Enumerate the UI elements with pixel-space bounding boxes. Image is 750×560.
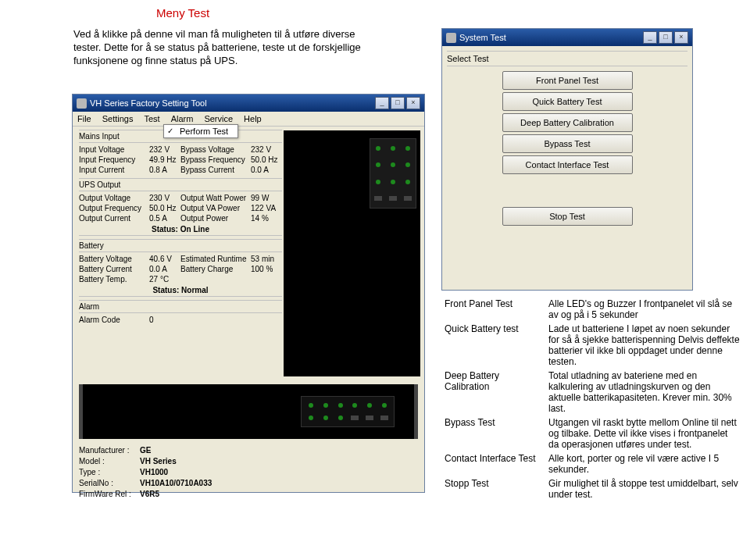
table-row: Stopp TestGir mulighet til å stoppe test… (441, 476, 743, 501)
led-icon (323, 416, 328, 420)
contact-interface-test-button[interactable]: Contact Interface Test (502, 155, 633, 174)
est-runtime-value: 53 min (251, 255, 282, 263)
menu-alarm[interactable]: Alarm (171, 114, 194, 123)
factory-titlebar: VH Series Factory Setting Tool _ □ × (73, 95, 424, 112)
bypass-test-button[interactable]: Bypass Test (502, 134, 633, 153)
minimize-button[interactable]: _ (375, 97, 389, 109)
factory-body: Mains Input Input Voltage232 VBypass Vol… (73, 127, 424, 492)
est-runtime-label: Estimated Runtime (180, 255, 251, 263)
battery-temp-value: 27 °C (149, 275, 180, 284)
led-icon (405, 162, 410, 167)
out-current-label: Output Current (79, 214, 149, 223)
desc-name: Contact Interface Test (441, 451, 545, 476)
ups-tower-image (284, 130, 420, 376)
menu-settings[interactable]: Settings (102, 114, 134, 123)
alarm-title: Alarm (79, 300, 282, 313)
firmware-value: V6R5 (140, 489, 159, 500)
ups-output-title: UPS Output (79, 178, 282, 191)
table-row: Deep Battery CalibrationTotal utladning … (441, 369, 743, 416)
factory-tool-window: VH Series Factory Setting Tool _ □ × Fil… (72, 94, 425, 493)
serial-label: SerialNo : (79, 478, 140, 489)
input-voltage-value: 232 V (149, 145, 180, 154)
led-icon (391, 180, 395, 184)
led-icon (382, 403, 387, 408)
table-row: Quick Battery testLade ut batteriene I l… (441, 322, 743, 369)
input-voltage-label: Input Voltage (79, 145, 149, 154)
led-icon (352, 403, 357, 408)
serial-value: VH10A10/0710A033 (140, 478, 212, 489)
led-icon (367, 403, 372, 408)
bypass-freq-label: Bypass Frequency (180, 155, 251, 164)
page-title: Meny Test (156, 6, 209, 20)
led-icon (405, 180, 410, 184)
menu-dropdown-item[interactable]: Perform Test (163, 124, 238, 138)
manufacturer-label: Manufacturer : (79, 445, 140, 456)
bypass-current-label: Bypass Current (180, 166, 251, 174)
manufacturer-value: GE (140, 445, 151, 456)
led-icon (338, 416, 343, 420)
maximize-button[interactable]: □ (391, 97, 405, 109)
desc-text: Alle kort, porter og rele vil være activ… (545, 451, 743, 476)
select-test-label: Select Test (447, 51, 688, 66)
battery-temp-label: Battery Temp. (79, 275, 149, 284)
input-current-label: Input Current (79, 166, 149, 174)
led-icon (338, 403, 343, 408)
alarm-code-value: 0 (149, 316, 180, 324)
front-panel-test-button[interactable]: Front Panel Test (502, 71, 633, 90)
led-icon (309, 403, 313, 408)
factory-window-title: VH Series Factory Setting Tool (90, 98, 207, 108)
type-value: VH1000 (140, 467, 168, 478)
out-watt-value: 99 W (251, 194, 282, 202)
wrench-icon (446, 33, 456, 43)
firmware-label: FirmWare Rel : (79, 489, 140, 500)
menu-file[interactable]: File (77, 114, 91, 123)
minimize-button[interactable]: _ (643, 31, 657, 44)
bypass-voltage-label: Bypass Voltage (180, 145, 251, 154)
desc-name: Stopp Test (441, 476, 545, 501)
desc-text: Alle LED's og Buzzer I frontpanelet vil … (545, 297, 743, 322)
out-power-label: Output Power (180, 214, 251, 223)
desc-text: Total utladning av bateriene med en kalk… (545, 369, 743, 416)
maximize-button[interactable]: □ (659, 31, 673, 44)
close-button[interactable]: × (406, 97, 420, 109)
menu-service[interactable]: Service (204, 114, 233, 123)
panel-button-icon (404, 196, 412, 201)
system-test-title: System Test (459, 33, 506, 42)
ups-front-panel (370, 138, 416, 209)
led-icon (391, 162, 395, 167)
table-row: Bypass TestUtgangen vil raskt bytte mell… (441, 416, 743, 451)
led-icon (376, 162, 380, 167)
ups-rack-image (79, 384, 418, 439)
alarm-code-label: Alarm Code (79, 316, 149, 324)
table-row: Front Panel TestAlle LED's og Buzzer I f… (441, 297, 743, 322)
out-watt-label: Output Watt Power (180, 194, 251, 202)
menu-test[interactable]: Test (144, 114, 159, 123)
deep-battery-calibration-button[interactable]: Deep Battery Calibration (502, 113, 633, 132)
led-icon (309, 416, 313, 420)
out-power-value: 14 % (251, 214, 282, 223)
type-label: Type : (79, 467, 140, 478)
battery-current-label: Battery Current (79, 265, 149, 273)
stop-test-button[interactable]: Stop Test (502, 207, 633, 226)
menu-help[interactable]: Help (244, 114, 262, 123)
led-icon (405, 146, 410, 151)
close-button[interactable]: × (674, 31, 688, 44)
battery-status: Status: Normal (79, 284, 282, 297)
input-current-value: 0.8 A (149, 166, 180, 174)
input-freq-value: 49.9 Hz (149, 155, 180, 164)
model-label: Model : (79, 456, 140, 467)
led-icon (391, 146, 395, 151)
out-va-value: 122 VA (251, 204, 282, 212)
rack-front-panel (301, 396, 395, 427)
led-icon (376, 180, 380, 184)
panel-button-icon (389, 196, 397, 201)
wrench-icon (77, 98, 87, 109)
out-freq-label: Output Frequency (79, 204, 149, 212)
desc-name: Quick Battery test (441, 322, 545, 369)
input-freq-label: Input Frequency (79, 155, 149, 164)
quick-battery-test-button[interactable]: Quick Battery Test (502, 92, 633, 111)
desc-text: Utgangen vil raskt bytte mellom Online t… (545, 416, 743, 451)
system-test-body: Select Test Front Panel Test Quick Batte… (442, 46, 692, 290)
panel-button-icon (374, 196, 382, 201)
panel-button-icon (351, 416, 359, 420)
